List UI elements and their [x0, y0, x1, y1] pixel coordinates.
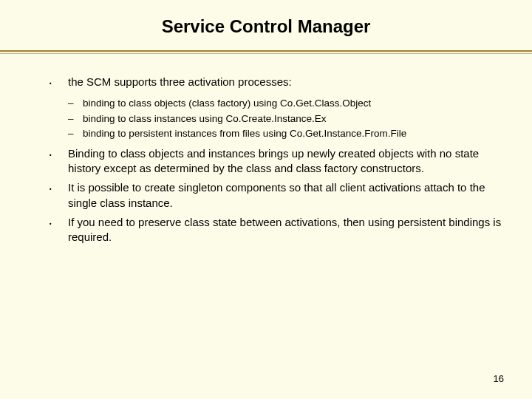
bullet-item: · It is possible to create singleton com…	[49, 180, 502, 211]
bullet-item: · the SCM supports three activation proc…	[49, 75, 502, 92]
slide-content: · the SCM supports three activation proc…	[0, 54, 532, 245]
sub-bullet-item: – binding to class instances using Co.Cr…	[49, 112, 502, 126]
sub-bullet-text: binding to persistent instances from fil…	[83, 127, 502, 140]
dash-icon: –	[68, 127, 83, 140]
sub-bullet-text: binding to class instances using Co.Crea…	[83, 112, 502, 126]
sub-bullet-item: – binding to class objects (class factor…	[49, 97, 502, 110]
bullet-icon: ·	[49, 215, 68, 245]
bullet-text: If you need to preserve class state betw…	[68, 215, 502, 245]
sub-bullet-item: – binding to persistent instances from f…	[49, 127, 502, 140]
sub-bullet-list: – binding to class objects (class factor…	[49, 97, 502, 140]
bullet-icon: ·	[49, 180, 68, 211]
page-number: 16	[494, 373, 504, 384]
dash-icon: –	[68, 97, 83, 110]
bullet-icon: ·	[49, 146, 68, 177]
bullet-item: · Binding to class objects and instances…	[49, 146, 502, 177]
bullet-text: Binding to class objects and instances b…	[68, 146, 502, 177]
bullet-text: the SCM supports three activation proces…	[68, 75, 502, 92]
bullet-icon: ·	[49, 75, 68, 92]
bullet-item: · If you need to preserve class state be…	[49, 215, 502, 245]
bullet-text: It is possible to create singleton compo…	[68, 180, 502, 211]
sub-bullet-text: binding to class objects (class factory)…	[83, 97, 502, 110]
dash-icon: –	[68, 112, 83, 126]
slide-title: Service Control Manager	[0, 0, 532, 50]
